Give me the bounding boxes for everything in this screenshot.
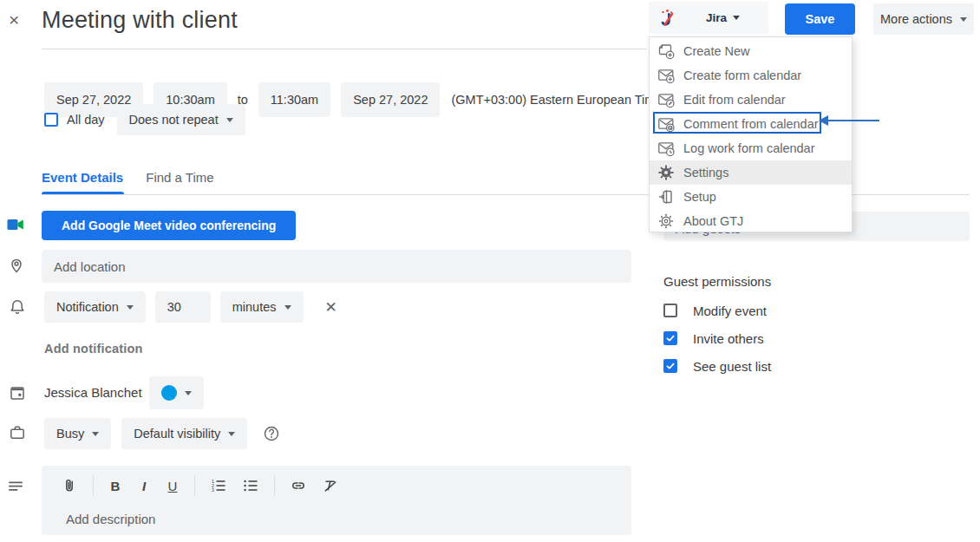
jira-menu-button[interactable]: Jira xyxy=(649,2,768,34)
end-date-field[interactable]: Sep 27, 2022 xyxy=(341,82,440,117)
menu-item-create-form-calendar[interactable]: Create form calendar xyxy=(650,63,852,88)
clear-formatting-icon[interactable] xyxy=(322,477,339,494)
bold-button[interactable]: B xyxy=(108,479,122,493)
menu-item-log-work-form-calendar[interactable]: Log work form calendar xyxy=(650,136,852,160)
event-color-dropdown[interactable] xyxy=(149,376,204,409)
caret-down-icon xyxy=(185,391,192,395)
door-icon xyxy=(657,188,675,206)
menu-item-label: Create New xyxy=(683,44,750,58)
busy-dropdown[interactable]: Busy xyxy=(44,418,111,449)
annotation-arrow-head xyxy=(819,115,828,126)
all-day-row: All day Does not repeat xyxy=(44,104,245,135)
jira-dropdown-menu: Create New Create form calendar xyxy=(649,36,853,232)
notification-value-input[interactable]: 30 xyxy=(155,291,211,323)
modify-event-label: Modify event xyxy=(693,304,767,318)
toolbar-divider xyxy=(274,475,275,496)
envelope-comment-icon xyxy=(657,115,675,133)
recurrence-dropdown[interactable]: Does not repeat xyxy=(117,104,245,135)
tab-bar: Event Details Find a Time xyxy=(42,170,214,185)
caret-down-icon xyxy=(127,305,134,310)
tab-event-details[interactable]: Event Details xyxy=(42,170,123,185)
gear-outline-icon xyxy=(657,212,675,230)
description-icon xyxy=(7,478,24,495)
event-title-input[interactable]: Meeting with client xyxy=(42,7,238,34)
color-swatch xyxy=(161,385,177,401)
envelope-clock-icon xyxy=(657,140,675,157)
caret-down-icon xyxy=(92,432,99,436)
menu-item-create-new[interactable]: Create New xyxy=(650,39,852,63)
menu-item-settings[interactable]: Settings xyxy=(650,160,852,185)
all-day-checkbox[interactable] xyxy=(44,113,58,127)
bell-icon xyxy=(9,298,26,316)
calendar-icon xyxy=(9,384,26,402)
notification-unit-label: minutes xyxy=(232,300,277,314)
menu-item-about-gtj[interactable]: About GTJ xyxy=(650,209,852,233)
caret-down-icon xyxy=(226,118,233,122)
italic-button[interactable]: I xyxy=(137,479,151,493)
remove-notification-button[interactable]: ✕ xyxy=(325,298,337,317)
notification-unit-dropdown[interactable]: minutes xyxy=(220,291,304,323)
calendar-owner-label: Jessica Blanchet xyxy=(44,385,142,400)
numbered-list-icon[interactable]: 123 xyxy=(210,477,227,494)
more-actions-button[interactable]: More actions xyxy=(873,3,974,35)
permission-row-guest-list: See guest list xyxy=(663,357,771,375)
create-new-icon xyxy=(657,42,675,60)
envelope-edit-icon xyxy=(657,91,675,108)
check-icon xyxy=(665,360,676,372)
location-pin-icon xyxy=(8,257,25,274)
description-editor[interactable]: B I U 123 xyxy=(42,466,631,535)
gear-filled-icon xyxy=(657,164,675,181)
menu-item-label: Create form calendar xyxy=(683,69,801,82)
menu-item-edit-from-calendar[interactable]: Edit from calendar xyxy=(650,88,852,112)
notification-row: Notification 30 minutes ✕ xyxy=(44,291,337,323)
location-input[interactable]: Add location xyxy=(42,250,631,283)
add-notification-button[interactable]: Add notification xyxy=(44,342,143,356)
google-meet-icon xyxy=(7,218,24,235)
caret-down-icon xyxy=(228,432,235,436)
jira-logo-icon xyxy=(659,9,676,28)
notification-type-dropdown[interactable]: Notification xyxy=(44,291,146,323)
description-input[interactable]: Add description xyxy=(66,512,155,526)
format-toolbar: B I U 123 xyxy=(61,474,339,497)
notification-type-label: Notification xyxy=(56,300,119,314)
insert-link-icon[interactable] xyxy=(290,477,307,494)
menu-item-label: Setup xyxy=(683,190,716,204)
permission-row-modify: Modify event xyxy=(663,302,767,319)
caret-down-icon xyxy=(733,16,740,20)
menu-item-label: Log work form calendar xyxy=(683,141,815,155)
see-guest-list-checkbox[interactable] xyxy=(663,359,677,373)
visibility-dropdown[interactable]: Default visibility xyxy=(121,418,247,449)
recurrence-label: Does not repeat xyxy=(129,113,219,127)
menu-item-setup[interactable]: Setup xyxy=(650,185,852,209)
add-meet-button[interactable]: Add Google Meet video conferencing xyxy=(42,211,296,240)
end-time-field[interactable]: 11:30am xyxy=(258,82,330,117)
title-divider xyxy=(42,49,647,49)
busy-label: Busy xyxy=(56,427,84,441)
attach-icon[interactable] xyxy=(61,477,78,494)
underline-button[interactable]: U xyxy=(166,479,180,493)
toolbar-divider xyxy=(194,475,195,496)
invite-others-label: Invite others xyxy=(693,331,764,346)
modify-event-checkbox[interactable] xyxy=(663,304,677,317)
svg-text:3: 3 xyxy=(212,487,214,493)
envelope-plus-icon xyxy=(657,67,675,84)
invite-others-checkbox[interactable] xyxy=(663,331,677,345)
busy-visibility-row: Busy Default visibility xyxy=(44,418,280,449)
all-day-label: All day xyxy=(67,113,105,127)
menu-item-label: Edit from calendar xyxy=(683,93,786,107)
bullet-list-icon[interactable] xyxy=(242,477,259,494)
tab-find-a-time[interactable]: Find a Time xyxy=(146,170,213,185)
help-icon[interactable] xyxy=(263,425,280,442)
visibility-label: Default visibility xyxy=(134,427,220,441)
caret-down-icon xyxy=(960,17,967,22)
permission-row-invite: Invite others xyxy=(663,330,764,347)
caret-down-icon xyxy=(284,305,291,310)
close-button[interactable]: × xyxy=(9,10,19,29)
menu-item-label: Comment from calendar xyxy=(683,117,819,131)
menu-item-label: Settings xyxy=(683,166,728,180)
save-button[interactable]: Save xyxy=(785,3,855,35)
check-icon xyxy=(665,332,676,344)
event-edit-page: × Meeting with client Sep 27, 2022 10:30… xyxy=(0,0,980,542)
briefcase-icon xyxy=(9,424,26,441)
jira-button-label: Jira xyxy=(706,11,727,24)
